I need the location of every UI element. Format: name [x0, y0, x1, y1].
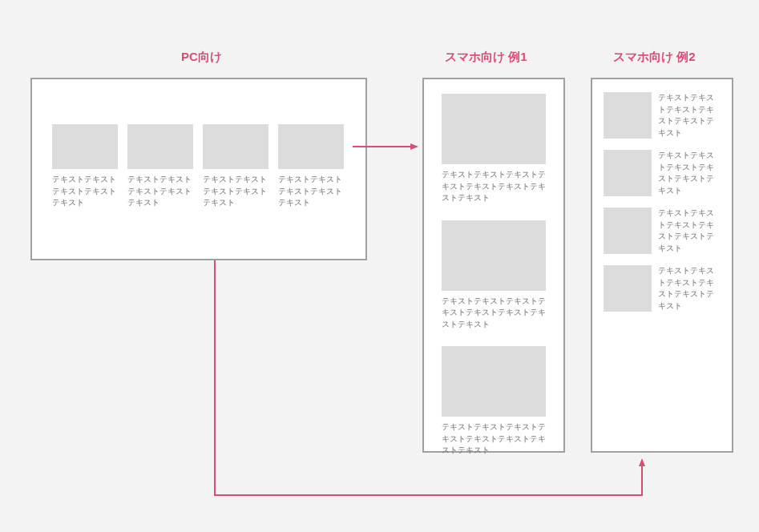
- thumbnail-placeholder: [127, 124, 193, 169]
- caption: テキストテキストテキストテキストテキスト: [127, 174, 193, 209]
- thumbnail-placeholder: [442, 94, 546, 164]
- sp1-item: テキストテキストテキストテキストテキストテキストテキストテキスト: [442, 346, 546, 457]
- caption: テキストテキストテキストテキストテキストテキストテキストテキスト: [442, 296, 546, 331]
- sp2-panel: テキストテキストテキストテキストテキストテキスト テキストテキストテキストテキス…: [591, 78, 733, 453]
- sp2-item: テキストテキストテキストテキストテキストテキスト: [604, 265, 721, 312]
- thumbnail-placeholder: [604, 92, 652, 139]
- sp2-item: テキストテキストテキストテキストテキストテキスト: [604, 92, 721, 139]
- thumbnail-placeholder: [52, 124, 118, 169]
- caption: テキストテキストテキストテキストテキストテキストテキストテキスト: [442, 169, 546, 204]
- caption: テキストテキストテキストテキストテキストテキスト: [658, 265, 721, 312]
- caption: テキストテキストテキストテキストテキスト: [203, 174, 268, 209]
- heading-pc: PC向け: [181, 50, 222, 65]
- thumbnail-placeholder: [442, 220, 546, 291]
- pc-item: テキストテキストテキストテキストテキスト: [127, 124, 193, 209]
- caption: テキストテキストテキストテキストテキスト: [52, 174, 118, 209]
- thumbnail-placeholder: [203, 124, 268, 169]
- caption: テキストテキストテキストテキストテキストテキストテキストテキスト: [442, 421, 546, 457]
- sp2-item: テキストテキストテキストテキストテキストテキスト: [604, 208, 721, 254]
- sp2-item: テキストテキストテキストテキストテキストテキスト: [604, 150, 721, 196]
- pc-item: テキストテキストテキストテキストテキスト: [52, 124, 118, 209]
- sp1-item: テキストテキストテキストテキストテキストテキストテキストテキスト: [442, 220, 546, 331]
- thumbnail-placeholder: [604, 150, 652, 196]
- thumbnail-placeholder: [604, 208, 652, 254]
- thumbnail-placeholder: [604, 265, 652, 312]
- pc-item: テキストテキストテキストテキストテキスト: [203, 124, 268, 209]
- pc-item: テキストテキストテキストテキストテキスト: [278, 124, 344, 209]
- caption: テキストテキストテキストテキストテキストテキスト: [658, 150, 721, 196]
- caption: テキストテキストテキストテキストテキスト: [278, 174, 344, 209]
- thumbnail-placeholder: [278, 124, 344, 169]
- pc-row: テキストテキストテキストテキストテキスト テキストテキストテキストテキストテキス…: [52, 124, 345, 209]
- sp1-item: テキストテキストテキストテキストテキストテキストテキストテキスト: [442, 94, 546, 204]
- thumbnail-placeholder: [442, 346, 546, 417]
- sp1-panel: テキストテキストテキストテキストテキストテキストテキストテキスト テキストテキス…: [422, 78, 565, 453]
- heading-sp1: スマホ向け 例1: [445, 50, 527, 65]
- caption: テキストテキストテキストテキストテキストテキスト: [658, 208, 721, 254]
- pc-panel: テキストテキストテキストテキストテキスト テキストテキストテキストテキストテキス…: [30, 78, 367, 260]
- caption: テキストテキストテキストテキストテキストテキスト: [658, 92, 721, 139]
- heading-sp2: スマホ向け 例2: [613, 50, 696, 65]
